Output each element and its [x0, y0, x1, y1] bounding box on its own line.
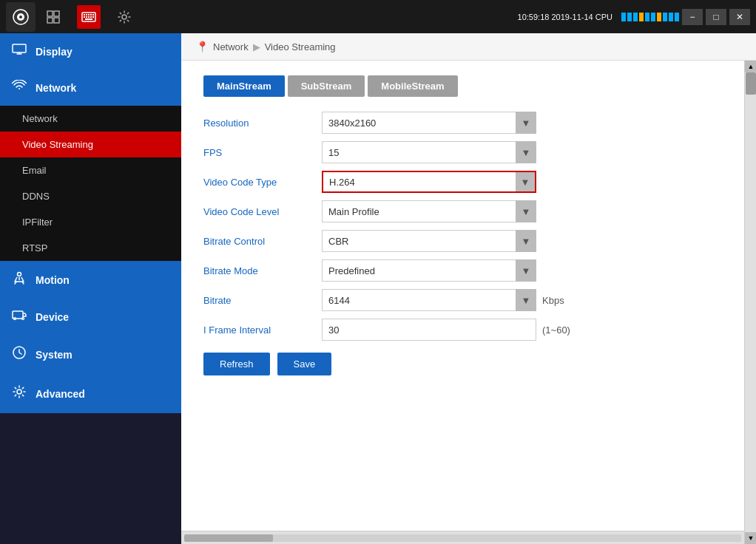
cpu-block-9 [669, 13, 673, 21]
sidebar-item-advanced[interactable]: Advanced [0, 374, 181, 413]
resolution-label: Resolution [203, 118, 322, 129]
sidebar-label-network: Network [36, 82, 76, 94]
breadcrumb-parent: Network [213, 41, 249, 52]
content-inner: MainStream SubStream MobileStream Resolu… [181, 61, 744, 544]
fps-control: 15 ▼ [322, 141, 536, 163]
sidebar-item-rtsp[interactable]: RTSP [0, 235, 181, 261]
bitrate-mode-select[interactable]: Predefined [322, 259, 536, 282]
svg-rect-17 [92, 16, 94, 18]
svg-point-19 [122, 15, 126, 19]
svg-point-21 [18, 273, 21, 276]
sidebar-item-system[interactable]: System [0, 335, 181, 374]
sidebar-sub-label-video-streaming: Video Streaming [22, 139, 93, 150]
cpu-block-4 [639, 13, 644, 21]
bitrate-control-control: CBR ▼ [322, 230, 536, 252]
sidebar-item-video-streaming[interactable]: Video Streaming [0, 132, 181, 157]
keyboard-icon[interactable] [77, 5, 101, 29]
cpu-block-2 [627, 13, 632, 21]
cpu-block-3 [633, 13, 638, 21]
close-button[interactable]: ✕ [729, 9, 750, 25]
maximize-button[interactable]: □ [706, 9, 726, 25]
fps-select[interactable]: 15 [322, 141, 536, 163]
svg-rect-11 [90, 14, 92, 16]
fps-select-wrapper: 15 ▼ [322, 141, 536, 163]
vertical-scrollbar[interactable]: ▲ ▼ [744, 61, 756, 544]
refresh-button[interactable]: Refresh [203, 353, 270, 375]
svg-rect-3 [47, 11, 53, 16]
title-bar-right: 10:59:18 2019-11-14 CPU − □ ✕ [518, 9, 750, 25]
minimize-button[interactable]: − [682, 9, 703, 25]
horizontal-scrollbar[interactable] [181, 531, 744, 544]
breadcrumb-current: Video Streaming [265, 41, 336, 52]
settings-icon[interactable] [112, 5, 136, 29]
svg-point-2 [19, 16, 22, 18]
scroll-down-button[interactable]: ▼ [745, 532, 756, 544]
sidebar-sub-label-network: Network [22, 113, 58, 124]
iframe-interval-suffix: (1~60) [542, 324, 570, 336]
display-icon [12, 44, 27, 59]
bitrate-control-select[interactable]: CBR [322, 230, 536, 252]
bitrate-row: Bitrate 6144 ▼ Kbps [203, 289, 722, 311]
svg-rect-16 [90, 16, 92, 18]
bitrate-suffix: Kbps [542, 295, 564, 306]
grid-icon[interactable] [41, 5, 65, 29]
iframe-interval-label: I Frame Interval [203, 324, 322, 336]
substream-tab[interactable]: SubStream [288, 75, 365, 97]
save-button[interactable]: Save [277, 353, 332, 375]
breadcrumb-separator: ▶ [253, 41, 260, 52]
scroll-thumb-v [746, 72, 756, 95]
sidebar-item-network-sub[interactable]: Network [0, 106, 181, 132]
iframe-interval-input[interactable] [322, 319, 536, 341]
video-code-level-label: Video Code Level [203, 206, 322, 217]
cpu-block-1 [621, 13, 626, 21]
cpu-block-8 [663, 13, 667, 21]
advanced-icon [12, 384, 27, 403]
mainstream-tab[interactable]: MainStream [203, 75, 285, 97]
content-body: MainStream SubStream MobileStream Resolu… [181, 61, 744, 531]
svg-rect-20 [13, 44, 26, 52]
motion-icon [12, 271, 27, 288]
sidebar-item-ipfilter[interactable]: IPFilter [0, 209, 181, 235]
bitrate-mode-row: Bitrate Mode Predefined ▼ [203, 259, 722, 282]
resolution-select[interactable]: 3840x2160 [322, 112, 536, 134]
scroll-track-h [184, 534, 741, 542]
resolution-select-wrapper: 3840x2160 ▼ [322, 112, 536, 134]
sidebar-item-network[interactable]: Network [0, 69, 181, 106]
bitrate-control-select-wrapper: CBR ▼ [322, 230, 536, 252]
sidebar-sub-label-rtsp: RTSP [22, 242, 47, 254]
svg-rect-4 [54, 11, 59, 16]
fps-label: FPS [203, 147, 322, 158]
cpu-block-7 [657, 13, 661, 21]
sidebar-item-ddns[interactable]: DDNS [0, 183, 181, 209]
sidebar-item-email[interactable]: Email [0, 157, 181, 183]
video-code-type-select-wrapper: H.264 ▼ [322, 171, 536, 193]
bitrate-mode-control: Predefined ▼ [322, 259, 536, 282]
device-icon [12, 309, 27, 324]
sidebar-label-motion: Motion [36, 274, 70, 286]
video-code-type-select[interactable]: H.264 [322, 171, 536, 193]
sidebar: Display Network Network Video Streaming … [0, 33, 181, 544]
svg-rect-14 [86, 16, 87, 18]
svg-rect-8 [84, 14, 85, 16]
bitrate-mode-select-wrapper: Predefined ▼ [322, 259, 536, 282]
bitrate-select[interactable]: 6144 [322, 289, 536, 311]
iframe-interval-row: I Frame Interval (1~60) [203, 319, 722, 341]
datetime-display: 10:59:18 2019-11-14 CPU [518, 13, 612, 21]
sidebar-item-device[interactable]: Device [0, 299, 181, 335]
bitrate-control-wrapper: 6144 ▼ Kbps [322, 289, 564, 311]
breadcrumb: 📍 Network ▶ Video Streaming [181, 33, 756, 61]
sidebar-item-display[interactable]: Display [0, 33, 181, 69]
scroll-up-button[interactable]: ▲ [745, 61, 756, 72]
location-icon: 📍 [196, 41, 209, 52]
title-bar-left [6, 2, 136, 32]
bitrate-control-label: Bitrate Control [203, 236, 322, 247]
bitrate-control-row: Bitrate Control CBR ▼ [203, 230, 722, 252]
sidebar-item-motion[interactable]: Motion [0, 261, 181, 299]
svg-rect-18 [85, 18, 92, 20]
svg-rect-6 [54, 18, 59, 23]
video-code-level-control: Main Profile ▼ [322, 200, 536, 222]
video-code-level-select[interactable]: Main Profile [322, 200, 536, 222]
svg-rect-12 [92, 14, 94, 16]
mobilestream-tab[interactable]: MobileStream [368, 75, 457, 97]
svg-rect-9 [86, 14, 87, 16]
